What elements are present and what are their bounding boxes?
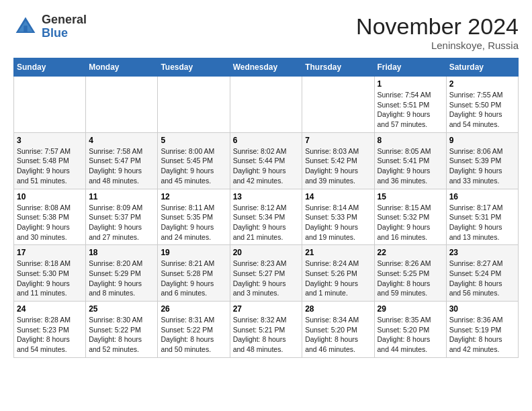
week-row-2: 10Sunrise: 8:08 AM Sunset: 5:38 PM Dayli… bbox=[14, 189, 519, 245]
day-info: Sunrise: 7:57 AM Sunset: 5:48 PM Dayligh… bbox=[17, 146, 83, 186]
cell-w2-d0: 10Sunrise: 8:08 AM Sunset: 5:38 PM Dayli… bbox=[14, 189, 86, 245]
cell-w3-d6: 23Sunrise: 8:27 AM Sunset: 5:24 PM Dayli… bbox=[446, 245, 518, 302]
week-row-1: 3Sunrise: 7:57 AM Sunset: 5:48 PM Daylig… bbox=[14, 132, 519, 189]
day-info: Sunrise: 8:24 AM Sunset: 5:26 PM Dayligh… bbox=[305, 259, 371, 298]
header-wednesday: Wednesday bbox=[230, 58, 302, 77]
day-number: 12 bbox=[161, 192, 226, 201]
day-info: Sunrise: 8:21 AM Sunset: 5:28 PM Dayligh… bbox=[161, 259, 226, 298]
logo-icon bbox=[13, 15, 38, 39]
cell-w0-d3 bbox=[230, 77, 302, 133]
week-row-3: 17Sunrise: 8:18 AM Sunset: 5:30 PM Dayli… bbox=[14, 245, 519, 302]
cell-w0-d0 bbox=[14, 77, 86, 133]
day-info: Sunrise: 8:36 AM Sunset: 5:19 PM Dayligh… bbox=[449, 315, 515, 355]
cell-w4-d3: 27Sunrise: 8:32 AM Sunset: 5:21 PM Dayli… bbox=[230, 302, 302, 358]
day-number: 8 bbox=[378, 136, 443, 145]
cell-w1-d5: 8Sunrise: 8:05 AM Sunset: 5:41 PM Daylig… bbox=[374, 132, 446, 189]
cell-w0-d2 bbox=[158, 77, 230, 133]
day-info: Sunrise: 8:00 AM Sunset: 5:45 PM Dayligh… bbox=[161, 146, 226, 186]
cell-w3-d1: 18Sunrise: 8:20 AM Sunset: 5:29 PM Dayli… bbox=[86, 245, 158, 302]
svg-rect-2 bbox=[24, 26, 27, 33]
calendar-table: Sunday Monday Tuesday Wednesday Thursday… bbox=[13, 58, 519, 358]
page: General Blue November 2024 Leninskoye, R… bbox=[0, 0, 532, 365]
day-number: 29 bbox=[378, 304, 443, 314]
day-number: 23 bbox=[449, 248, 515, 257]
header-saturday: Saturday bbox=[446, 58, 518, 77]
cell-w2-d2: 12Sunrise: 8:11 AM Sunset: 5:35 PM Dayli… bbox=[158, 189, 230, 245]
cell-w3-d2: 19Sunrise: 8:21 AM Sunset: 5:28 PM Dayli… bbox=[158, 245, 230, 302]
day-number: 10 bbox=[17, 192, 83, 201]
header-friday: Friday bbox=[374, 58, 446, 77]
day-number: 6 bbox=[233, 136, 300, 145]
cell-w4-d1: 25Sunrise: 8:30 AM Sunset: 5:22 PM Dayli… bbox=[86, 302, 158, 358]
cell-w3-d0: 17Sunrise: 8:18 AM Sunset: 5:30 PM Dayli… bbox=[14, 245, 86, 302]
cell-w1-d4: 7Sunrise: 8:03 AM Sunset: 5:42 PM Daylig… bbox=[302, 132, 374, 189]
day-info: Sunrise: 8:05 AM Sunset: 5:41 PM Dayligh… bbox=[378, 146, 443, 186]
day-number: 16 bbox=[449, 192, 515, 201]
month-title: November 2024 bbox=[356, 13, 519, 40]
day-number: 24 bbox=[17, 304, 83, 314]
cell-w4-d6: 30Sunrise: 8:36 AM Sunset: 5:19 PM Dayli… bbox=[446, 302, 518, 358]
title-block: November 2024 Leninskoye, Russia bbox=[356, 13, 519, 51]
cell-w2-d6: 16Sunrise: 8:17 AM Sunset: 5:31 PM Dayli… bbox=[446, 189, 518, 245]
day-number: 17 bbox=[17, 248, 83, 257]
day-info: Sunrise: 8:32 AM Sunset: 5:21 PM Dayligh… bbox=[233, 315, 300, 355]
day-number: 27 bbox=[233, 304, 300, 314]
day-info: Sunrise: 8:20 AM Sunset: 5:29 PM Dayligh… bbox=[89, 259, 154, 298]
cell-w1-d3: 6Sunrise: 8:02 AM Sunset: 5:44 PM Daylig… bbox=[230, 132, 302, 189]
day-info: Sunrise: 7:55 AM Sunset: 5:50 PM Dayligh… bbox=[449, 90, 515, 130]
cell-w4-d5: 29Sunrise: 8:35 AM Sunset: 5:20 PM Dayli… bbox=[374, 302, 446, 358]
day-info: Sunrise: 8:02 AM Sunset: 5:44 PM Dayligh… bbox=[233, 146, 300, 186]
day-info: Sunrise: 8:31 AM Sunset: 5:22 PM Dayligh… bbox=[161, 315, 226, 355]
day-info: Sunrise: 7:58 AM Sunset: 5:47 PM Dayligh… bbox=[89, 146, 154, 186]
day-info: Sunrise: 8:23 AM Sunset: 5:27 PM Dayligh… bbox=[233, 259, 300, 298]
cell-w2-d5: 15Sunrise: 8:15 AM Sunset: 5:32 PM Dayli… bbox=[374, 189, 446, 245]
day-info: Sunrise: 8:06 AM Sunset: 5:39 PM Dayligh… bbox=[449, 146, 515, 186]
day-number: 3 bbox=[17, 136, 83, 145]
day-info: Sunrise: 8:27 AM Sunset: 5:24 PM Dayligh… bbox=[449, 259, 515, 298]
day-info: Sunrise: 8:12 AM Sunset: 5:34 PM Dayligh… bbox=[233, 203, 300, 242]
day-info: Sunrise: 8:34 AM Sunset: 5:20 PM Dayligh… bbox=[305, 315, 371, 355]
cell-w0-d4 bbox=[302, 77, 374, 133]
cell-w2-d4: 14Sunrise: 8:14 AM Sunset: 5:33 PM Dayli… bbox=[302, 189, 374, 245]
cell-w1-d0: 3Sunrise: 7:57 AM Sunset: 5:48 PM Daylig… bbox=[14, 132, 86, 189]
cell-w0-d1 bbox=[86, 77, 158, 133]
header-monday: Monday bbox=[86, 58, 158, 77]
day-info: Sunrise: 8:09 AM Sunset: 5:37 PM Dayligh… bbox=[89, 203, 154, 242]
day-info: Sunrise: 8:03 AM Sunset: 5:42 PM Dayligh… bbox=[305, 146, 371, 186]
day-info: Sunrise: 8:11 AM Sunset: 5:35 PM Dayligh… bbox=[161, 203, 226, 242]
cell-w1-d2: 5Sunrise: 8:00 AM Sunset: 5:45 PM Daylig… bbox=[158, 132, 230, 189]
day-number: 15 bbox=[378, 192, 443, 201]
header: General Blue November 2024 Leninskoye, R… bbox=[13, 13, 519, 51]
day-number: 7 bbox=[305, 136, 371, 145]
day-info: Sunrise: 8:08 AM Sunset: 5:38 PM Dayligh… bbox=[17, 203, 83, 242]
day-number: 18 bbox=[89, 248, 154, 257]
cell-w2-d3: 13Sunrise: 8:12 AM Sunset: 5:34 PM Dayli… bbox=[230, 189, 302, 245]
cell-w0-d5: 1Sunrise: 7:54 AM Sunset: 5:51 PM Daylig… bbox=[374, 77, 446, 133]
cell-w0-d6: 2Sunrise: 7:55 AM Sunset: 5:50 PM Daylig… bbox=[446, 77, 518, 133]
cell-w2-d1: 11Sunrise: 8:09 AM Sunset: 5:37 PM Dayli… bbox=[86, 189, 158, 245]
cell-w3-d3: 20Sunrise: 8:23 AM Sunset: 5:27 PM Dayli… bbox=[230, 245, 302, 302]
day-info: Sunrise: 8:30 AM Sunset: 5:22 PM Dayligh… bbox=[89, 315, 154, 355]
cell-w3-d4: 21Sunrise: 8:24 AM Sunset: 5:26 PM Dayli… bbox=[302, 245, 374, 302]
logo-text: General Blue bbox=[42, 13, 87, 40]
day-number: 11 bbox=[89, 192, 154, 201]
day-info: Sunrise: 8:17 AM Sunset: 5:31 PM Dayligh… bbox=[449, 203, 515, 242]
header-thursday: Thursday bbox=[302, 58, 374, 77]
day-info: Sunrise: 8:35 AM Sunset: 5:20 PM Dayligh… bbox=[378, 315, 443, 355]
day-number: 26 bbox=[161, 304, 226, 314]
day-number: 9 bbox=[449, 136, 515, 145]
cell-w1-d1: 4Sunrise: 7:58 AM Sunset: 5:47 PM Daylig… bbox=[86, 132, 158, 189]
cell-w3-d5: 22Sunrise: 8:26 AM Sunset: 5:25 PM Dayli… bbox=[374, 245, 446, 302]
week-row-4: 24Sunrise: 8:28 AM Sunset: 5:23 PM Dayli… bbox=[14, 302, 519, 358]
day-number: 20 bbox=[233, 248, 300, 257]
cell-w4-d4: 28Sunrise: 8:34 AM Sunset: 5:20 PM Dayli… bbox=[302, 302, 374, 358]
logo-blue: Blue bbox=[42, 26, 68, 40]
day-number: 19 bbox=[161, 248, 226, 257]
day-info: Sunrise: 8:15 AM Sunset: 5:32 PM Dayligh… bbox=[378, 203, 443, 242]
day-info: Sunrise: 8:14 AM Sunset: 5:33 PM Dayligh… bbox=[305, 203, 371, 242]
day-info: Sunrise: 8:18 AM Sunset: 5:30 PM Dayligh… bbox=[17, 259, 83, 298]
cell-w4-d2: 26Sunrise: 8:31 AM Sunset: 5:22 PM Dayli… bbox=[158, 302, 230, 358]
header-tuesday: Tuesday bbox=[158, 58, 230, 77]
day-number: 4 bbox=[89, 136, 154, 145]
logo-general: General bbox=[42, 13, 87, 26]
